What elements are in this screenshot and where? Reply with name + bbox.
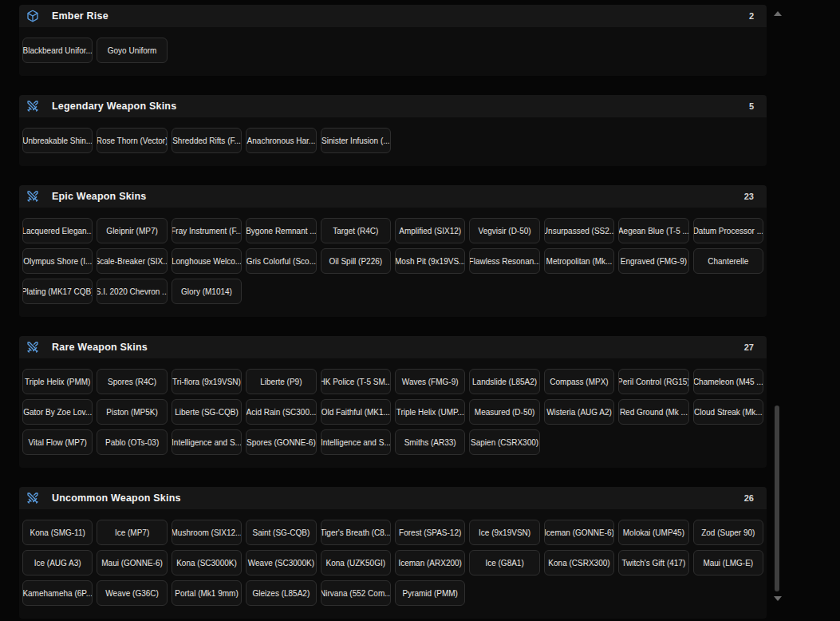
skin-item-button[interactable]: Nirvana (552 Com... xyxy=(321,580,391,606)
skin-item-button[interactable]: Kona (SMG-11) xyxy=(22,520,93,545)
skin-item-button[interactable]: Rose Thorn (Vector) xyxy=(97,128,167,153)
skin-item-button[interactable]: Anachronous Har... xyxy=(246,128,316,153)
section-title: Ember Rise xyxy=(52,10,749,22)
scroll-up-arrow[interactable] xyxy=(774,11,782,16)
skin-item-button[interactable]: Piston (MP5K) xyxy=(97,399,167,425)
skin-item-button[interactable]: Twitch's Gift (417) xyxy=(618,550,688,576)
skin-item-button[interactable]: Acid Rain (SC300... xyxy=(246,399,316,425)
section-header[interactable]: Rare Weapon Skins 27 xyxy=(19,336,767,358)
skin-item-button[interactable]: Waves (FMG-9) xyxy=(395,369,465,394)
section-header[interactable]: Legendary Weapon Skins 5 xyxy=(19,95,767,117)
skin-item-button[interactable]: Kona (UZK50GI) xyxy=(321,550,391,576)
skin-item-button[interactable]: Measured (D-50) xyxy=(469,399,539,425)
skin-item-button[interactable]: Metropolitan (Mk... xyxy=(544,248,614,274)
skin-item-button[interactable]: Tri-flora (9x19VSN) xyxy=(172,369,242,394)
skin-item-button[interactable]: Target (R4C) xyxy=(321,218,391,243)
skin-item-button[interactable]: Ice (G8A1) xyxy=(469,550,539,576)
skin-item-button[interactable]: Gris Colorful (Sco... xyxy=(246,248,316,274)
skin-item-button[interactable]: Pablo (OTs-03) xyxy=(97,429,167,455)
skin-item-button[interactable]: Kamehameha (6P... xyxy=(22,580,93,606)
skin-item-button[interactable]: Oil Spill (P226) xyxy=(321,248,391,274)
scroll-down-arrow[interactable] xyxy=(774,596,782,601)
section-header[interactable]: Uncommon Weapon Skins 26 xyxy=(19,487,767,509)
skin-item-button[interactable]: Glory (M1014) xyxy=(172,279,242,304)
skin-item-button[interactable]: Flawless Resonan... xyxy=(469,248,539,274)
skin-item-button[interactable]: Peril Control (RG15) xyxy=(618,369,688,394)
skin-item-button[interactable]: Scale-Breaker (SIX... xyxy=(97,248,167,274)
skin-item-button[interactable]: Spores (GONNE-6) xyxy=(246,429,316,455)
skin-item-button[interactable]: Datum Processor ... xyxy=(693,218,763,243)
skin-section: Legendary Weapon Skins 5 Unbreakable Shi… xyxy=(19,95,767,166)
skin-item-button[interactable]: Engraved (FMG-9) xyxy=(618,248,688,274)
section-body: Blackbeard Unifor...Goyo Uniform xyxy=(19,27,767,76)
skin-item-button[interactable]: Gator By Zoe Lov... xyxy=(22,399,93,425)
skin-item-button[interactable]: Cloud Streak (Mk... xyxy=(693,399,763,425)
skin-item-button[interactable]: Zod (Super 90) xyxy=(693,520,763,545)
skin-item-button[interactable]: Ice (AUG A3) xyxy=(22,550,93,576)
skin-item-button[interactable]: Pyramid (PMM) xyxy=(395,580,465,606)
skin-item-button[interactable]: Ice (9x19VSN) xyxy=(469,520,539,545)
skin-item-button[interactable]: Aegean Blue (T-5 ... xyxy=(618,218,688,243)
skin-item-button[interactable]: S.I. 2020 Chevron ... xyxy=(97,279,167,304)
skin-item-button[interactable]: Goyo Uniform xyxy=(97,38,167,63)
skin-item-button[interactable]: Olympus Shore (I... xyxy=(22,248,93,274)
skin-item-button[interactable]: Vegvisir (D-50) xyxy=(469,218,539,243)
section-count: 23 xyxy=(744,192,754,201)
skin-item-button[interactable]: Weave (SC3000K) xyxy=(246,550,316,576)
skin-item-button[interactable]: Old Faithful (MK1... xyxy=(321,399,391,425)
skin-item-button[interactable]: Triple Helix (PMM) xyxy=(22,369,93,394)
section-count: 5 xyxy=(749,101,754,111)
skin-item-button[interactable]: Gleipnir (MP7) xyxy=(97,218,167,243)
skin-item-button[interactable]: Ice (MP7) xyxy=(97,520,167,545)
skin-item-button[interactable]: Maui (GONNE-6) xyxy=(97,550,167,576)
package-icon xyxy=(26,10,39,22)
skin-item-button[interactable]: Forest (SPAS-12) xyxy=(395,520,465,545)
scrollbar-thumb[interactable] xyxy=(775,405,779,591)
skin-item-button[interactable]: Maui (LMG-E) xyxy=(693,550,763,576)
skin-item-button[interactable]: Blackbeard Unifor... xyxy=(22,38,93,63)
skin-item-button[interactable]: Mosh Pit (9x19VS... xyxy=(395,248,465,274)
skin-item-button[interactable]: Amplified (SIX12) xyxy=(395,218,465,243)
skin-grid: Unbreakable Shin...Rose Thorn (Vector)Sh… xyxy=(22,128,763,153)
skin-item-button[interactable]: Gleizes (L85A2) xyxy=(246,580,316,606)
skin-item-button[interactable]: Triple Helix (UMP... xyxy=(395,399,465,425)
skin-item-button[interactable]: Plating (MK17 CQB) xyxy=(22,279,93,304)
skin-item-button[interactable]: Chanterelle xyxy=(693,248,763,274)
skin-item-button[interactable]: Wisteria (AUG A2) xyxy=(544,399,614,425)
skin-item-button[interactable]: Unbreakable Shin... xyxy=(22,128,93,153)
skin-item-button[interactable]: Longhouse Welco... xyxy=(172,248,242,274)
skin-item-button[interactable]: Fray Instrument (F... xyxy=(172,218,242,243)
skin-item-button[interactable]: Vital Flow (MP7) xyxy=(22,429,93,455)
skin-item-button[interactable]: Spores (R4C) xyxy=(97,369,167,394)
skin-item-button[interactable]: HK Police (T-5 SM... xyxy=(321,369,391,394)
skin-item-button[interactable]: Sinister Infusion (... xyxy=(321,128,391,153)
skin-item-button[interactable]: Shredded Rifts (F... xyxy=(172,128,242,153)
skin-item-button[interactable]: Molokai (UMP45) xyxy=(618,520,688,545)
section-body: Kona (SMG-11)Ice (MP7)Mushroom (SIX12...… xyxy=(19,509,767,619)
skin-item-button[interactable]: Sapien (CSRX300) xyxy=(469,429,539,455)
skin-item-button[interactable]: Liberte (SG-CQB) xyxy=(172,399,242,425)
skin-item-button[interactable]: Intelligence and S... xyxy=(172,429,242,455)
skin-item-button[interactable]: Lacquered Elegan... xyxy=(22,218,93,243)
section-header[interactable]: Epic Weapon Skins 23 xyxy=(19,185,767,208)
skin-item-button[interactable]: Mushroom (SIX12... xyxy=(172,520,242,545)
skin-item-button[interactable]: Iceman (GONNE-6) xyxy=(544,520,614,545)
skin-item-button[interactable]: Weave (G36C) xyxy=(97,580,167,606)
skin-item-button[interactable]: Intelligence and S... xyxy=(321,429,391,455)
skin-item-button[interactable]: Kona (CSRX300) xyxy=(544,550,614,576)
skin-item-button[interactable]: Bygone Remnant ... xyxy=(246,218,316,243)
skin-item-button[interactable]: Unsurpassed (SS2... xyxy=(544,218,614,243)
skin-item-button[interactable]: Compass (MPX) xyxy=(544,369,614,394)
skin-item-button[interactable]: Red Ground (Mk ... xyxy=(618,399,688,425)
skin-item-button[interactable]: Landslide (L85A2) xyxy=(469,369,539,394)
skin-item-button[interactable]: Kona (SC3000K) xyxy=(172,550,242,576)
skin-item-button[interactable]: Saint (SG-CQB) xyxy=(246,520,316,545)
skin-item-button[interactable]: Liberte (P9) xyxy=(246,369,316,394)
crossed-swords-icon xyxy=(26,190,39,203)
section-header[interactable]: Ember Rise 2 xyxy=(19,5,767,27)
skin-item-button[interactable]: Tiger's Breath (C8... xyxy=(321,520,391,545)
skin-item-button[interactable]: Smiths (AR33) xyxy=(395,429,465,455)
skin-item-button[interactable]: Portal (Mk1 9mm) xyxy=(172,580,242,606)
skin-item-button[interactable]: Chameleon (M45 ... xyxy=(693,369,763,394)
skin-item-button[interactable]: Iceman (ARX200) xyxy=(395,550,465,576)
